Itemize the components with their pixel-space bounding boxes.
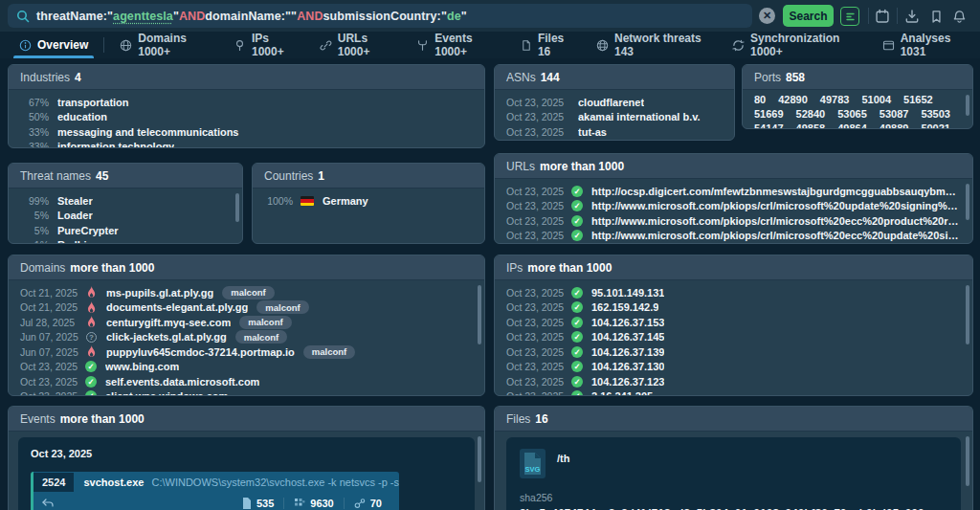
download-icon[interactable] <box>903 8 921 25</box>
list-item[interactable]: Oct 23, 2025 tut-as <box>495 124 734 140</box>
ioc-row[interactable]: Jul 28, 2025 centurygift.myq-see.com mal… <box>9 315 484 330</box>
tab-domains[interactable]: Domains 1000+ <box>108 32 222 58</box>
list-item[interactable]: 100% Germany <box>253 193 484 209</box>
port-value[interactable]: 53065 <box>837 108 867 120</box>
list-item[interactable]: Oct 23, 2025 akamai international b.v. <box>495 110 734 125</box>
list-item[interactable]: 99% Stealer <box>9 193 242 209</box>
list-item[interactable]: Oct 23, 2025 cloudflarenet <box>495 95 734 110</box>
industries-list: 67% transportation 50% education 33% mes… <box>9 90 484 148</box>
tab-files[interactable]: Files 16 <box>509 32 585 58</box>
item-label: PureCrypter <box>57 225 119 236</box>
port-value[interactable]: 49864 <box>837 122 867 129</box>
ioc-row[interactable]: Oct 23, 2025 ✓ http://ocsp.digicert.com/… <box>495 184 972 199</box>
item-date: Oct 23, 2025 <box>506 287 569 299</box>
port-value[interactable]: 49858 <box>796 122 826 129</box>
tab-ips[interactable]: IPs 1000+ <box>222 32 308 58</box>
ioc-row[interactable]: Jun 07, 2025 puppyluv645cmdoc-37214.port… <box>9 344 484 360</box>
scrollbar[interactable] <box>235 193 239 222</box>
ioc-row[interactable]: Oct 23, 2025 ✓ client.wns.windows.com <box>9 389 484 397</box>
ioc-row[interactable]: Oct 23, 2025 ✓ http://www.microsoft.com/… <box>495 199 972 214</box>
port-value[interactable]: 52840 <box>796 108 826 120</box>
ioc-row[interactable]: Oct 23, 2025 ✓ 104.126.37.145 <box>495 330 972 345</box>
port-value[interactable]: 49889 <box>880 122 909 129</box>
connections-counter[interactable]: 70 <box>344 498 391 509</box>
ioc-row[interactable]: Oct 23, 2025 ✓ 104.126.37.153 <box>495 315 972 330</box>
tab-events[interactable]: Events 1000+ <box>405 32 509 58</box>
port-value[interactable]: 51004 <box>861 94 891 105</box>
scrollbar[interactable] <box>966 95 969 116</box>
port-value[interactable]: 53087 <box>880 108 909 120</box>
tab-synchronization[interactable]: Synchronization 1000+ <box>721 32 871 58</box>
item-date: Oct 23, 2025 <box>506 361 569 372</box>
ioc-row[interactable]: Oct 23, 2025 ✓ www.bing.com <box>9 360 484 375</box>
list-item[interactable]: 1% RedLine <box>9 238 242 245</box>
list-item[interactable]: 5% Loader <box>9 209 242 224</box>
port-value[interactable]: 53503 <box>921 108 950 120</box>
item-date: Oct 23, 2025 <box>506 376 569 388</box>
malconf-badge: malconf <box>303 345 355 359</box>
port-value[interactable]: 80 <box>754 94 766 105</box>
calendar-icon[interactable] <box>874 8 891 25</box>
port-value[interactable]: 54147 <box>754 122 784 129</box>
scrollbar[interactable] <box>966 184 969 220</box>
ioc-row[interactable]: Oct 23, 2025 ✓ http://www.microsoft.com/… <box>495 229 972 244</box>
connections-icon <box>354 498 366 509</box>
tab-network-threats[interactable]: Network threats 143 <box>585 32 721 58</box>
threat-names-list: 99% Stealer 5% Loader 5% PureCrypter 1% … <box>9 188 242 244</box>
scrollbar[interactable] <box>966 436 969 486</box>
ioc-row[interactable]: Oct 23, 2025 ✓ http://www.microsoft.com/… <box>495 213 972 229</box>
registry-counter[interactable]: 9630 <box>283 498 343 509</box>
tab-urls[interactable]: URLs 1000+ <box>308 32 406 58</box>
ioc-row[interactable]: Oct 23, 2025 ✓ 2.16.241.205 <box>495 389 972 397</box>
threat-intel-app: { "search": { "parts": [ {"text": "threa… <box>0 0 980 510</box>
ioc-row[interactable]: Oct 23, 2025 ✓ self.events.data.microsof… <box>9 374 484 389</box>
list-item[interactable]: Oct 23, 2025 akamai-as <box>495 140 734 142</box>
query-history-icon[interactable] <box>840 7 859 26</box>
port-value[interactable]: 50021 <box>921 122 950 129</box>
clean-status-icon: ✓ <box>571 215 583 227</box>
ioc-row[interactable]: Oct 23, 2025 ✓ http://ip-api.com/line/?f… <box>495 243 972 244</box>
clear-search-button[interactable]: ✕ <box>759 8 775 24</box>
ioc-row[interactable]: Oct 21, 2025 documents-elegant.at.ply.gg… <box>9 300 484 316</box>
industries-card: Industries4 67% transportation 50% educa… <box>8 64 485 148</box>
search-button[interactable]: Search <box>783 5 834 27</box>
ioc-value: 104.126.37.130 <box>591 361 664 372</box>
ioc-row[interactable]: Oct 23, 2025 ✓ 104.126.37.139 <box>495 344 972 360</box>
sync-icon <box>732 39 745 52</box>
bell-icon[interactable] <box>950 8 968 25</box>
item-label: education <box>57 111 107 122</box>
tab-label: Files 16 <box>538 32 573 58</box>
file-item[interactable]: SVG /th sha256 2bc5c4074744ac3c2d4fd718e… <box>506 437 961 510</box>
tab-overview[interactable]: Overview <box>8 32 100 58</box>
clean-status-icon: ✓ <box>571 301 583 313</box>
search-input[interactable]: threatName:" agenttesla " AND domainName… <box>8 4 752 28</box>
files-counter[interactable]: 535 <box>233 498 283 509</box>
ioc-row[interactable]: Oct 21, 2025 ms-pupils.gl.at.ply.gg malc… <box>9 285 484 300</box>
clean-status-icon: ✓ <box>85 361 97 372</box>
ioc-row[interactable]: Oct 23, 2025 ✓ 104.126.37.123 <box>495 374 972 389</box>
ioc-row[interactable]: Oct 23, 2025 ✓ 162.159.142.9 <box>495 300 972 316</box>
malconf-badge: malconf <box>256 300 308 314</box>
return-arrow-icon[interactable] <box>41 498 55 509</box>
ioc-row[interactable]: Jun 07, 2025 ? click-jackets.gl.at.ply.g… <box>9 330 484 345</box>
list-item[interactable]: 5% PureCrypter <box>9 223 242 238</box>
port-value[interactable]: 49783 <box>820 94 850 105</box>
link-icon <box>320 39 332 52</box>
port-value[interactable]: 51652 <box>903 94 933 105</box>
port-value[interactable]: 42890 <box>778 94 808 105</box>
ioc-value: 104.126.37.153 <box>591 317 664 328</box>
list-item[interactable]: 33% information technology <box>9 140 484 149</box>
scrollbar[interactable] <box>966 285 969 344</box>
port-value[interactable]: 51669 <box>754 108 784 120</box>
list-item[interactable]: 50% education <box>9 110 484 125</box>
scrollbar[interactable] <box>478 285 481 344</box>
process-row[interactable]: 2524 svchost.exe C:\WINDOWS\system32\svc… <box>31 472 399 510</box>
list-item[interactable]: 33% messaging and telecommunications <box>9 124 484 140</box>
ioc-row[interactable]: Oct 23, 2025 ✓ 95.101.149.131 <box>495 285 972 300</box>
list-item[interactable]: 67% transportation <box>9 95 484 110</box>
scrollbar[interactable] <box>478 436 481 482</box>
item-date: Jun 07, 2025 <box>20 331 83 343</box>
tab-analyses[interactable]: Analyses 1031 <box>871 32 980 58</box>
bookmark-icon[interactable] <box>927 8 945 25</box>
ioc-row[interactable]: Oct 23, 2025 ✓ 104.126.37.130 <box>495 360 972 375</box>
